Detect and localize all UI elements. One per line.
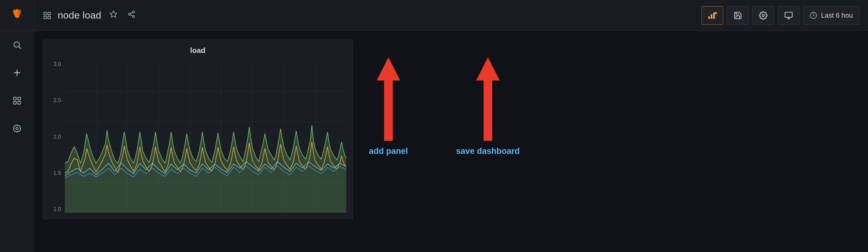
- dashboard-title: node load: [58, 10, 101, 21]
- y-label-2: 2.0: [53, 134, 61, 140]
- star-icon: [110, 10, 118, 18]
- svg-rect-12: [13, 102, 16, 104]
- y-axis: 3.0 2.5 2.0 1.5 1.0: [43, 61, 64, 213]
- svg-rect-20: [44, 12, 46, 14]
- clock-icon: [810, 12, 817, 19]
- y-label-1-5: 1.5: [53, 170, 61, 176]
- time-range-button[interactable]: Last 6 hou: [803, 6, 859, 25]
- svg-rect-22: [44, 16, 46, 19]
- save-icon: [734, 11, 742, 20]
- explore-icon: [12, 124, 22, 133]
- add-panel-arrow-head: [377, 57, 400, 80]
- svg-rect-10: [13, 97, 16, 100]
- save-dashboard-annotation: save dashboard: [456, 57, 520, 156]
- sidebar: [0, 0, 34, 252]
- load-chart: [65, 61, 346, 213]
- svg-point-15: [16, 127, 18, 130]
- settings-icon: [759, 11, 768, 20]
- svg-rect-36: [785, 12, 793, 17]
- svg-point-25: [132, 11, 134, 13]
- topbar-left: node load: [43, 8, 702, 22]
- save-dashboard-annotation-label: save dashboard: [456, 146, 520, 156]
- topbar-right: Last 6 hou: [702, 6, 859, 25]
- save-dashboard-arrow-head: [476, 57, 500, 80]
- share-button[interactable]: [126, 8, 137, 22]
- svg-point-35: [762, 14, 765, 16]
- add-panel-annotation: add panel: [369, 57, 408, 156]
- save-dashboard-arrow-shaft: [484, 80, 492, 141]
- svg-point-26: [128, 13, 130, 15]
- y-label-3: 3.0: [53, 61, 61, 68]
- sidebar-item-add[interactable]: [0, 59, 34, 87]
- svg-point-14: [13, 125, 21, 132]
- settings-button[interactable]: [752, 6, 774, 25]
- svg-line-7: [19, 47, 21, 49]
- y-label-1: 1.0: [53, 206, 61, 213]
- chart-container: [65, 61, 346, 213]
- sidebar-item-search[interactable]: [0, 31, 34, 59]
- svg-rect-31: [711, 14, 712, 19]
- search-icon: [12, 40, 22, 49]
- svg-rect-21: [48, 12, 50, 14]
- monitor-icon: [784, 11, 793, 20]
- kiosk-button[interactable]: [778, 6, 800, 25]
- annotations: add panel save dashboard: [369, 57, 520, 156]
- svg-point-6: [14, 42, 20, 47]
- add-panel-icon: [707, 10, 717, 21]
- share-icon: [127, 10, 135, 18]
- add-panel-annotation-label: add panel: [369, 146, 408, 156]
- panel-title: load: [43, 40, 352, 58]
- svg-rect-13: [18, 102, 21, 104]
- sidebar-logo[interactable]: [0, 0, 34, 31]
- y-label-2-5: 2.5: [53, 97, 61, 104]
- svg-rect-11: [18, 97, 21, 100]
- time-range-label: Last 6 hou: [821, 11, 853, 20]
- dashboard-area: load 3.0 2.5 2.0 1.5 1.0: [34, 31, 868, 252]
- dashboards-icon: [12, 96, 22, 105]
- panel-load: load 3.0 2.5 2.0 1.5 1.0: [43, 40, 353, 219]
- dashboard-grid-icon: [43, 11, 52, 20]
- panel-chart-area: 3.0 2.5 2.0 1.5 1.0: [43, 58, 352, 219]
- add-panel-button[interactable]: [702, 6, 723, 25]
- svg-marker-24: [110, 11, 117, 17]
- svg-rect-30: [708, 16, 710, 19]
- grafana-logo-icon: [8, 7, 26, 24]
- svg-rect-32: [713, 12, 715, 19]
- svg-rect-23: [48, 16, 50, 19]
- save-dashboard-button[interactable]: [727, 6, 749, 25]
- topbar: node load: [34, 0, 868, 31]
- add-icon: [12, 68, 22, 77]
- sidebar-item-explore[interactable]: [0, 114, 34, 142]
- add-panel-arrow-shaft: [384, 80, 393, 141]
- svg-point-5: [16, 14, 19, 17]
- sidebar-item-dashboards[interactable]: [0, 87, 34, 114]
- svg-point-27: [132, 15, 134, 17]
- star-button[interactable]: [107, 8, 119, 22]
- svg-line-28: [130, 15, 132, 16]
- main-content: node load: [34, 0, 868, 252]
- svg-line-29: [130, 12, 132, 13]
